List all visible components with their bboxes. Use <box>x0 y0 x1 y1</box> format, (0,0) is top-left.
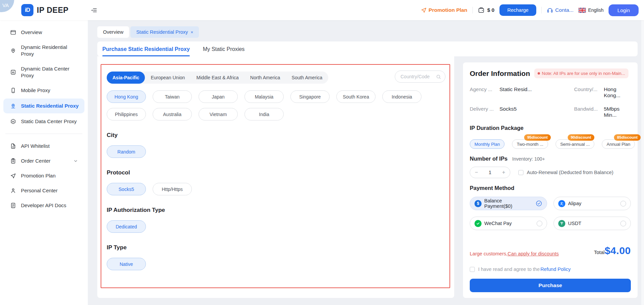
proxy-config-card: Asia-Pacific European Union Middle East … <box>97 56 454 298</box>
sidebar-collapse-icon[interactable] <box>91 7 97 13</box>
protocol-section-title: Protocol <box>107 169 444 176</box>
sidebar-item-dynamic-data-center-proxy[interactable]: Dynamic Data Center Proxy <box>0 61 83 83</box>
country-pill-india[interactable]: India <box>244 108 284 120</box>
country-pill-australia[interactable]: Australia <box>153 108 192 120</box>
scrollbar[interactable] <box>641 20 644 305</box>
country-pill-hong-kong[interactable]: Hong Kong <box>107 90 146 103</box>
plus-button[interactable]: + <box>502 169 505 175</box>
plan-two-month[interactable]: Two-month ... <box>512 139 548 149</box>
brand-logo-icon: iD <box>21 4 33 16</box>
ip-auth-section-title: IP Authorization Type <box>107 207 444 214</box>
recharge-button[interactable]: Recharge <box>499 4 536 16</box>
sidebar-item-promotion-plan[interactable]: Promotion Plan <box>0 168 88 183</box>
ip-type-option-native[interactable]: Native <box>107 258 146 270</box>
sidebar-item-dynamic-residential-proxy[interactable]: Dynamic Residential Proxy <box>0 40 79 61</box>
sidebar-item-api-whitelist[interactable]: API Whitelist <box>0 139 88 154</box>
sidebar-item-label: Mobile Proxy <box>21 87 84 94</box>
sidebar-item-personal-center[interactable]: Personal Center <box>0 183 88 198</box>
field-agency-type: Agency ... Static Resid... <box>470 86 574 99</box>
sidebar-item-developer-api-docs[interactable]: Developer API Docs <box>0 198 88 213</box>
country-pill-south-korea[interactable]: South Korea <box>336 90 376 103</box>
payment-wechat[interactable]: WeChat Pay <box>470 217 547 230</box>
country-pill-philippines[interactable]: Philippines <box>107 108 146 120</box>
region-tab-south-america[interactable]: South America <box>286 72 328 84</box>
payment-balance[interactable]: $ Balance Payment($0) <box>470 197 547 210</box>
protocol-option-socks5[interactable]: Socks5 <box>107 183 146 195</box>
country-pill-malaysia[interactable]: Malaysia <box>244 90 284 103</box>
sidebar-item-order-center[interactable]: Order Center <box>0 154 88 168</box>
headset-icon <box>547 7 553 13</box>
payment-alipay[interactable]: Alipay <box>553 197 631 210</box>
tab-my-static-proxies[interactable]: My Static Proxies <box>203 46 245 56</box>
agreement-text: I have read and agree to the <box>478 267 540 272</box>
check-circle-icon <box>536 200 542 207</box>
top-header: iD IP DEEP Promotion Plan $ 0 Recharge C… <box>0 0 644 20</box>
sidebar-item-static-residential-proxy[interactable]: Static Residential Proxy <box>3 99 84 113</box>
sidebar-item-label: Order Center <box>21 158 69 164</box>
payment-method-title: Payment Method <box>470 185 631 191</box>
region-tab-north-america[interactable]: North America <box>244 72 286 84</box>
refund-policy-link[interactable]: Refund Policy <box>540 267 570 272</box>
protocol-option-http-https[interactable]: Http/Https <box>153 183 192 195</box>
sidebar-item-label: Static Data Center Proxy <box>21 118 84 125</box>
field-country: Country/... Hong Kong... <box>574 86 631 99</box>
sidebar: Overview Dynamic Residential Proxy Dynam… <box>0 20 88 305</box>
number-of-ips-title: Number of IPs <box>470 156 508 162</box>
field-delivery: Delivery ... Socks5 <box>470 106 574 118</box>
sidebar-item-overview[interactable]: Overview <box>0 25 88 40</box>
send-icon <box>421 7 427 13</box>
discount-badge: 90discount <box>568 134 594 141</box>
login-button[interactable]: Login <box>609 4 639 16</box>
main-content: Overview Static Residential Proxy × Purc… <box>88 20 644 305</box>
country-pill-taiwan[interactable]: Taiwan <box>153 90 192 103</box>
auto-renewal-checkbox[interactable] <box>518 170 523 175</box>
sidebar-item-mobile-proxy[interactable]: Mobile Proxy <box>0 83 88 98</box>
contact-link[interactable]: Conta... <box>547 7 573 13</box>
page-tab-bar: Purchase Static Residential Proxy My Sta… <box>97 41 638 56</box>
order-information-title: Order Information <box>470 70 530 78</box>
divider <box>541 7 542 13</box>
workspace-tab-static-residential-proxy[interactable]: Static Residential Proxy × <box>130 26 199 38</box>
region-tab-european-union[interactable]: European Union <box>145 72 190 84</box>
usdt-icon <box>558 220 565 227</box>
country-pill-japan[interactable]: Japan <box>199 90 238 103</box>
alipay-icon <box>558 200 565 207</box>
region-tab-middle-east-africa[interactable]: Middle East & Africa <box>191 72 244 84</box>
minus-button[interactable]: − <box>475 169 478 175</box>
brand-name: IP DEEP <box>37 6 69 15</box>
purchase-button[interactable]: Purchase <box>470 279 631 292</box>
sidebar-item-label: Overview <box>21 29 84 36</box>
plan-annual[interactable]: Annual Plan <box>602 139 635 149</box>
apply-discount-link[interactable]: Can apply for discounts <box>508 251 559 256</box>
mobile-device-icon <box>10 87 16 93</box>
country-pill-indonesia[interactable]: Indonesia <box>382 90 421 103</box>
radio-icon <box>537 221 542 226</box>
sidebar-item-label: Dynamic Data Center Proxy <box>21 65 79 79</box>
refund-policy-checkbox[interactable] <box>470 267 475 272</box>
balance-display[interactable]: $ 0 <box>478 7 495 13</box>
ip-auth-option-dedicated[interactable]: Dedicated <box>107 220 146 233</box>
region-tab-asia-pacific[interactable]: Asia-Pacific <box>107 72 145 84</box>
tab-purchase-static-residential-proxy[interactable]: Purchase Static Residential Proxy <box>102 46 190 56</box>
sidebar-item-label: Dynamic Residential Proxy <box>21 44 75 57</box>
country-search-input[interactable] <box>401 74 436 79</box>
close-tab-icon[interactable]: × <box>191 30 194 35</box>
country-pill-singapore[interactable]: Singapore <box>290 90 330 103</box>
duration-plan-list: Monthly Plan 95discount Two-month ... 90… <box>470 139 631 149</box>
promotion-plan-link[interactable]: Promotion Plan <box>421 7 467 13</box>
payment-usdt[interactable]: USDT <box>553 217 631 230</box>
city-option-random[interactable]: Random <box>107 145 146 158</box>
country-pill-vietnam[interactable]: Vietnam <box>199 108 238 120</box>
workspace-tab-overview[interactable]: Overview <box>97 26 129 38</box>
sidebar-item-label: API Whitelist <box>21 143 84 149</box>
discount-badge: 85discount <box>614 134 641 141</box>
wallet-icon <box>478 7 485 13</box>
country-search[interactable] <box>395 71 445 83</box>
sidebar-item-static-data-center-proxy[interactable]: Static Data Center Proxy <box>0 114 88 129</box>
plan-monthly[interactable]: Monthly Plan <box>470 139 505 149</box>
quantity-value[interactable]: 1 <box>489 170 491 175</box>
sidebar-item-label: Developer API Docs <box>21 202 84 209</box>
plan-semi-annual[interactable]: Semi-annual ... <box>556 139 594 149</box>
brand[interactable]: iD IP DEEP <box>21 4 69 16</box>
language-selector[interactable]: English <box>578 7 603 13</box>
